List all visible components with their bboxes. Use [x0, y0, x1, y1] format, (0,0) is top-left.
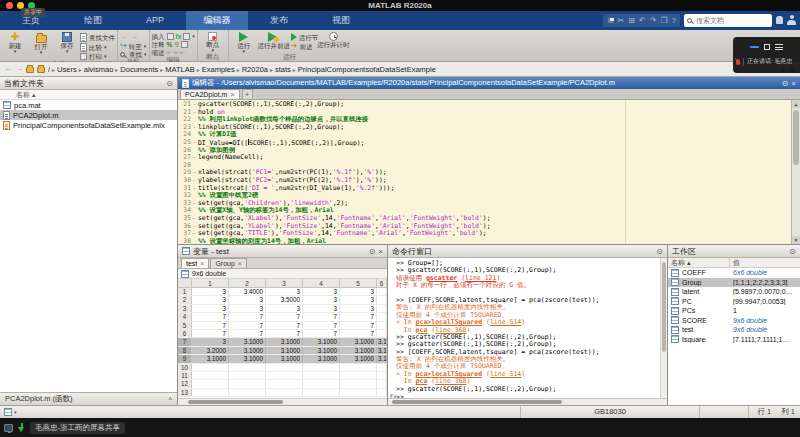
- table-cell[interactable]: 7: [303, 322, 340, 329]
- table-cell[interactable]: 7: [266, 330, 303, 337]
- table-cell[interactable]: [192, 389, 229, 396]
- col-header[interactable]: 4: [303, 279, 340, 287]
- compare-button[interactable]: 比较▾: [80, 43, 115, 52]
- doc-search-input[interactable]: [696, 17, 766, 24]
- insert-section-icon[interactable]: [167, 33, 174, 40]
- editor-menu-icon[interactable]: ⊙: [782, 79, 789, 88]
- command-vscrollbar[interactable]: [660, 258, 667, 398]
- table-cell[interactable]: 3.1000: [229, 355, 266, 362]
- table-cell[interactable]: 3: [266, 288, 303, 295]
- row-number[interactable]: 12: [178, 380, 192, 387]
- table-cell[interactable]: 3.1000: [192, 355, 229, 362]
- ribbon-tab-发布[interactable]: 发布: [248, 11, 310, 30]
- table-row[interactable]: 13: [178, 389, 387, 397]
- table-cell[interactable]: 3: [303, 305, 340, 312]
- row-number[interactable]: 10: [178, 364, 192, 371]
- table-cell[interactable]: 3: [303, 296, 340, 303]
- file-row[interactable]: PrincipalComponentsofaDataSetExample.mlx: [0, 120, 177, 130]
- col-header[interactable]: 5: [340, 279, 377, 287]
- table-cell[interactable]: [229, 389, 266, 396]
- code-line[interactable]: 23-linkplot(SCORE(:,1),SCORE(:,2),Group)…: [178, 124, 791, 132]
- scroll-up-icon[interactable]: ▲: [792, 100, 800, 108]
- back-icon[interactable]: ←: [120, 33, 128, 41]
- uncomment-icon[interactable]: ⅋: [174, 41, 179, 48]
- table-cell[interactable]: 3: [229, 305, 266, 312]
- scroll-down-icon[interactable]: ▼: [792, 236, 800, 244]
- qat-switch-window-icon[interactable]: ❐: [660, 14, 667, 27]
- ribbon-tab-视图[interactable]: 视图: [310, 11, 372, 30]
- table-cell[interactable]: [303, 389, 340, 396]
- workspace-row[interactable]: Group[1;1;1;2;2;2;3;3;3]: [668, 278, 800, 288]
- code-line[interactable]: 31-title(strcat('DI = ',num2str(DI_Value…: [178, 185, 791, 193]
- code-line[interactable]: 32%% 设置图中线宽2磅: [178, 192, 791, 200]
- table-cell[interactable]: 3: [266, 305, 303, 312]
- table-cell[interactable]: 3.1000: [266, 355, 303, 362]
- table-cell[interactable]: [340, 380, 377, 387]
- table-cell[interactable]: 3.4000: [229, 288, 266, 295]
- breadcrumb-segment[interactable]: Users: [57, 65, 77, 74]
- workspace-name-header[interactable]: 名称 ▴: [668, 258, 730, 267]
- file-name-header[interactable]: 名称 ▴: [0, 90, 177, 100]
- overlay-window-icon[interactable]: [764, 44, 770, 50]
- close-tab-icon[interactable]: ×: [230, 91, 234, 98]
- table-row[interactable]: 12: [178, 380, 387, 388]
- notification-icon[interactable]: [776, 16, 783, 24]
- workspace-row[interactable]: test9x6 double: [668, 325, 800, 335]
- workspace-row[interactable]: PC[99.9947;0.0053]: [668, 297, 800, 307]
- table-cell[interactable]: 3.1000: [303, 347, 340, 354]
- table-row[interactable]: 2333.500033: [178, 296, 387, 304]
- table-cell[interactable]: 3.5000: [266, 296, 303, 303]
- browse-folder-icon[interactable]: [37, 67, 45, 73]
- wrap-comment-icon[interactable]: [181, 41, 188, 48]
- code-line[interactable]: 26%% 添加图例: [178, 147, 791, 155]
- table-cell[interactable]: [377, 305, 387, 312]
- table-cell[interactable]: [192, 380, 229, 387]
- breadcrumb-segment[interactable]: PrincipalComponentsofaDataSetExample: [298, 65, 436, 74]
- table-row[interactable]: 11: [178, 372, 387, 380]
- status-view-icon[interactable]: [4, 408, 12, 416]
- code-line[interactable]: 34%% 设置X轴、Y轴的标签为14号，加粗，Arial: [178, 207, 791, 215]
- table-cell[interactable]: 3.1000: [229, 347, 266, 354]
- new-button[interactable]: ✚新建▾: [2, 31, 28, 53]
- editor-close-icon[interactable]: ×: [791, 79, 796, 88]
- table-cell[interactable]: [377, 322, 387, 329]
- panel-menu-icon[interactable]: ⊙: [656, 247, 663, 256]
- file-detail-bar[interactable]: PCA2Dplot.m (函数) ^: [0, 392, 177, 405]
- panel-menu-icon[interactable]: ⊙: [166, 79, 173, 88]
- table-row[interactable]: 333333: [178, 305, 387, 313]
- find-files-button[interactable]: 查找文件: [80, 33, 115, 42]
- workspace-row[interactable]: PCs1: [668, 306, 800, 316]
- save-button[interactable]: 保存▾: [54, 31, 80, 53]
- table-cell[interactable]: 3: [303, 288, 340, 295]
- row-number[interactable]: 9: [178, 355, 192, 362]
- muted-mic-icon[interactable]: [736, 59, 740, 65]
- code-line[interactable]: 28: [178, 162, 791, 170]
- qat-save-icon[interactable]: [607, 17, 614, 24]
- code-line[interactable]: 30-ylabel(strcat('PC2=',num2str(PC(2),'%…: [178, 177, 791, 185]
- table-cell[interactable]: 3.2000: [192, 347, 229, 354]
- advance-button[interactable]: ➜前进: [291, 42, 319, 50]
- breakpoints-button[interactable]: 断点▾: [200, 31, 226, 52]
- code-line[interactable]: 35-set(get(gca,'XLabel'),'FontSize',14,'…: [178, 215, 791, 223]
- doc-search-box[interactable]: [684, 14, 772, 27]
- workspace-row[interactable]: COEFF6x6 double: [668, 268, 800, 278]
- run-button[interactable]: 运行▾: [231, 31, 257, 53]
- table-cell[interactable]: [266, 389, 303, 396]
- row-number[interactable]: 13: [178, 389, 192, 396]
- row-number[interactable]: 11: [178, 372, 192, 379]
- breadcrumb-segment[interactable]: Examples: [202, 65, 235, 74]
- qat-cut-icon[interactable]: ✂: [618, 14, 625, 27]
- table-row[interactable]: 577777: [178, 322, 387, 330]
- run-time-button[interactable]: 运行并计时: [318, 31, 348, 48]
- table-cell[interactable]: 3: [192, 305, 229, 312]
- code-area[interactable]: 21-gscatter(SCORE(:,1),SCORE(:,2),Group)…: [178, 100, 800, 244]
- smart-indent-icon[interactable]: ≡: [167, 49, 171, 56]
- comment-button[interactable]: 注释%⅋: [152, 41, 195, 48]
- table-cell[interactable]: 3: [340, 288, 377, 295]
- table-row[interactable]: 733.10003.10003.10003.10003.1: [178, 338, 387, 346]
- run-section-button[interactable]: 运行节: [291, 33, 319, 41]
- ribbon-tab-编辑器[interactable]: 编辑器: [186, 11, 248, 30]
- indent-button[interactable]: 缩进≡⇥⇤: [152, 49, 195, 56]
- table-row[interactable]: 83.20003.10003.10003.10003.10003.1: [178, 347, 387, 355]
- table-cell[interactable]: 3: [340, 305, 377, 312]
